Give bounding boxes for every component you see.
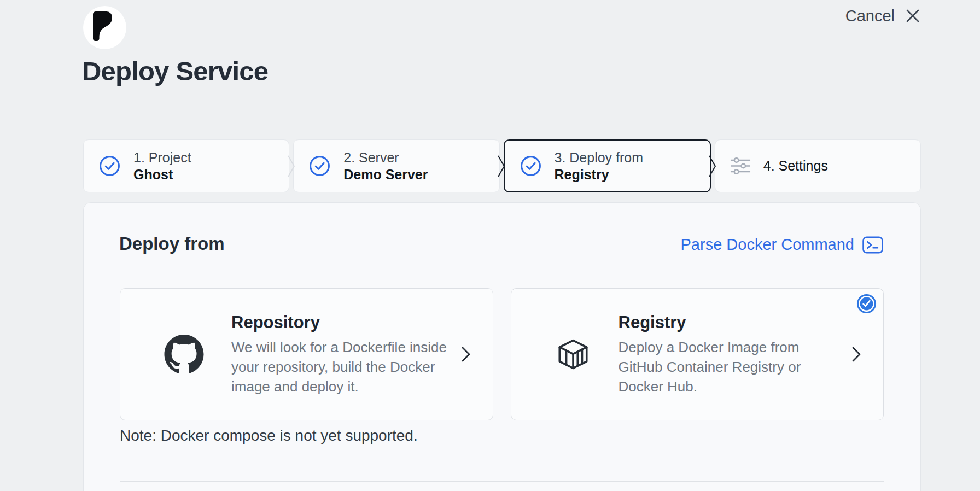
check-circle-icon	[98, 155, 121, 177]
step-label: 1. Project	[133, 149, 191, 166]
sliders-icon	[730, 157, 751, 175]
header-divider	[83, 120, 921, 120]
stepper: 1. Project Ghost 2. Server Demo Server 3…	[83, 139, 921, 192]
parse-docker-command-label: Parse Docker Command	[681, 236, 855, 254]
step-settings[interactable]: 4. Settings	[715, 139, 921, 192]
app-logo	[83, 6, 126, 49]
chevron-right-icon	[850, 345, 862, 364]
step-server[interactable]: 2. Server Demo Server	[293, 139, 499, 192]
package-icon	[555, 336, 591, 372]
deploy-options: Repository We will look for a Dockerfile…	[120, 288, 884, 420]
terminal-icon	[862, 236, 883, 254]
step-value: Demo Server	[343, 166, 428, 183]
app-logo-mark	[83, 6, 126, 49]
step-separator	[289, 139, 293, 192]
step-label: 3. Deploy from	[555, 149, 644, 166]
parse-docker-command-link[interactable]: Parse Docker Command	[681, 236, 884, 254]
step-deploy-from[interactable]: 3. Deploy from Registry	[504, 139, 711, 192]
check-circle-icon	[520, 155, 542, 177]
selected-check-badge-icon	[856, 294, 877, 314]
step-label: 4. Settings	[763, 157, 828, 174]
step-separator	[500, 139, 504, 192]
step-label: 2. Server	[343, 149, 428, 166]
cancel-label: Cancel	[845, 8, 895, 24]
option-title: Repository	[231, 313, 452, 332]
page-title: Deploy Service	[82, 56, 268, 86]
option-title: Registry	[619, 313, 843, 332]
note-text: Note: Docker compose is not yet supporte…	[120, 427, 418, 445]
check-circle-icon	[308, 155, 331, 177]
close-icon[interactable]	[905, 8, 921, 24]
option-card-registry[interactable]: Registry Deploy a Docker Image from GitH…	[511, 288, 884, 420]
deploy-panel: Deploy from Parse Docker Command Reposit…	[83, 202, 921, 491]
step-value: Ghost	[133, 166, 191, 183]
step-project[interactable]: 1. Project Ghost	[83, 139, 289, 192]
chevron-right-icon	[460, 345, 472, 364]
cancel-button[interactable]: Cancel	[845, 8, 921, 24]
option-card-repository[interactable]: Repository We will look for a Dockerfile…	[120, 288, 493, 420]
section-divider	[120, 481, 884, 482]
section-title: Deploy from	[119, 233, 225, 254]
step-value: Registry	[555, 166, 644, 183]
option-description: Deploy a Docker Image from GitHub Contai…	[619, 337, 843, 396]
github-icon	[164, 335, 204, 374]
option-description: We will look for a Dockerfile inside you…	[231, 337, 452, 396]
step-separator	[711, 139, 715, 192]
